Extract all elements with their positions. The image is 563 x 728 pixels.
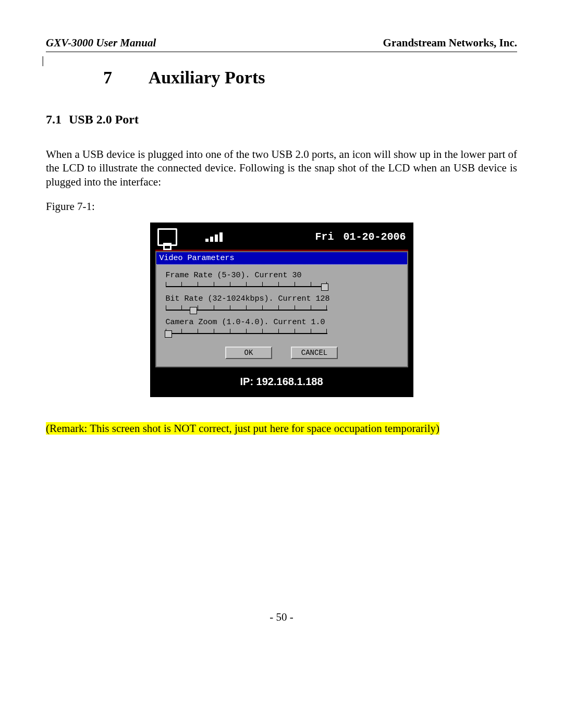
frame-rate-label: Frame Rate (5-30). Current 30	[166, 271, 398, 280]
bit-rate-slider[interactable]	[166, 305, 398, 315]
usb-icon	[157, 228, 177, 246]
video-parameters-panel: Video Parameters Frame Rate (5-30). Curr…	[155, 251, 408, 367]
day-label: Fri	[315, 231, 334, 243]
panel-title: Video Parameters	[156, 252, 407, 265]
chapter-heading: 7 Auxiliary Ports	[103, 68, 517, 88]
cancel-button[interactable]: CANCEL	[291, 347, 338, 359]
remark-text: (Remark: This screen shot is NOT correct…	[46, 422, 517, 435]
zoom-slider[interactable]	[166, 329, 398, 338]
chapter-title: Auxiliary Ports	[149, 68, 265, 87]
section-number: 7.1	[46, 113, 66, 127]
text-cursor-mark: |	[42, 53, 44, 67]
ok-button[interactable]: OK	[225, 347, 272, 359]
section-title: USB 2.0 Port	[69, 113, 139, 126]
ip-address: IP: 192.168.1.188	[155, 376, 408, 388]
lcd-screenshot: Fri 01-20-2006 Video Parameters Frame Ra…	[46, 223, 517, 397]
frame-rate-slider[interactable]	[166, 282, 398, 291]
body-paragraph: When a USB device is plugged into one of…	[46, 147, 517, 189]
chapter-number: 7	[103, 68, 145, 88]
figure-label: Figure 7-1:	[46, 200, 517, 213]
lcd-status-bar: Fri 01-20-2006	[155, 228, 408, 250]
page-number: - 50 -	[0, 611, 563, 624]
signal-icon	[205, 232, 223, 242]
date-label: 01-20-2006	[343, 231, 406, 243]
bit-rate-label: Bit Rate (32-1024kbps). Current 128	[166, 294, 398, 303]
zoom-label: Camera Zoom (1.0-4.0). Current 1.0	[166, 318, 398, 327]
header-left: GXV-3000 User Manual	[46, 36, 156, 50]
section-heading: 7.1 USB 2.0 Port	[46, 113, 517, 127]
page-header: GXV-3000 User Manual Grandstream Network…	[46, 36, 517, 52]
header-right: Grandstream Networks, Inc.	[383, 36, 517, 50]
